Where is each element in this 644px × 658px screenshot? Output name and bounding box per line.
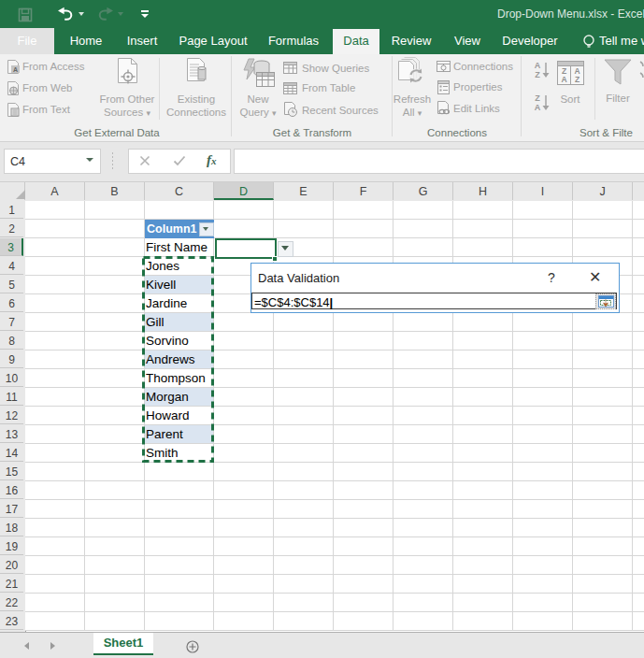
svg-text:Z: Z <box>535 93 540 103</box>
svg-text:A: A <box>535 61 541 70</box>
svg-text:Z: Z <box>535 70 540 79</box>
svg-text:Z: Z <box>575 75 580 84</box>
svg-text:A: A <box>535 103 541 112</box>
svg-text:A: A <box>13 66 18 73</box>
svg-text:A: A <box>561 75 566 84</box>
